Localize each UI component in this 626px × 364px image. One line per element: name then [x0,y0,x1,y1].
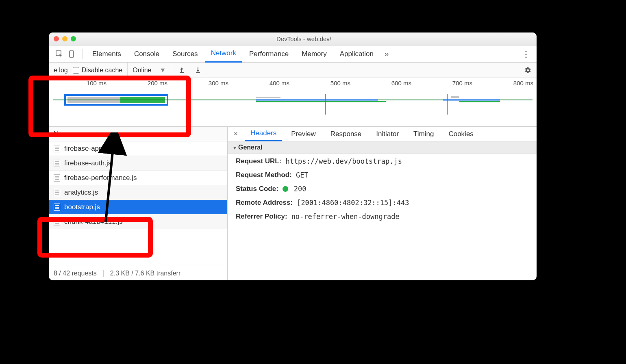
main-tab-bar: Elements Console Sources Network Perform… [49,46,537,63]
network-settings-icon[interactable] [524,66,532,74]
tab-console[interactable]: Console [128,46,165,63]
status-code-value: 200 [294,185,306,193]
status-bar: 8 / 42 requests 2.3 KB / 7.6 KB transfer… [49,266,227,280]
svg-rect-8 [256,97,280,98]
request-row[interactable]: firebase-auth.js [49,156,227,171]
request-row[interactable]: chunk-4a1b4111.js [49,214,227,229]
tab-application[interactable]: Application [334,46,379,63]
request-method-value: GET [296,171,309,179]
detail-tab-preview[interactable]: Preview [285,127,321,141]
request-row-selected[interactable]: bootstrap.js [49,200,227,214]
detail-tab-bar: × Headers Preview Response Initiator Tim… [228,127,537,141]
request-list-panel: Name firebase-app.js firebase-auth.js fi… [49,127,228,280]
titlebar: DevTools - web.dev/ [49,32,537,46]
preserve-log-checkbox[interactable]: e log [54,67,68,74]
kebab-menu-icon[interactable]: ⋮ [520,48,532,60]
request-rows: firebase-app.js firebase-auth.js firebas… [49,141,227,266]
file-icon [54,204,60,211]
close-window-icon[interactable] [54,36,59,41]
close-detail-icon[interactable]: × [230,130,241,138]
timeline-ticks: 100 ms 200 ms 300 ms 400 ms 500 ms 600 m… [49,80,537,89]
maximize-window-icon[interactable] [71,36,76,41]
disable-cache-checkbox[interactable]: Disable cache [73,67,123,74]
file-icon [54,189,60,196]
minimize-window-icon[interactable] [62,36,67,41]
waterfall-overview[interactable]: 100 ms 200 ms 300 ms 400 ms 500 ms 600 m… [49,78,537,127]
request-url-value: https://web.dev/bootstrap.js [285,157,402,165]
name-column-header[interactable]: Name [49,127,227,141]
inspect-icon[interactable] [54,48,65,60]
svg-rect-3 [196,72,200,73]
detail-tab-timing[interactable]: Timing [408,127,439,141]
file-icon [54,174,60,182]
request-row[interactable]: firebase-performance.js [49,171,227,185]
tab-elements[interactable]: Elements [87,46,127,63]
upload-har-icon[interactable] [176,65,187,76]
throttling-select[interactable]: Online▼ [127,63,171,78]
device-toggle-icon[interactable] [67,48,78,60]
svg-rect-2 [180,72,184,73]
detail-tab-response[interactable]: Response [325,127,367,141]
detail-panel: × Headers Preview Response Initiator Tim… [228,127,537,280]
request-row[interactable]: firebase-app.js [49,141,227,156]
traffic-lights [54,36,76,41]
svg-rect-13 [451,96,459,98]
detail-tab-headers[interactable]: Headers [245,127,282,141]
waterfall-bars [53,94,533,109]
transferred-size: 2.3 KB / 7.6 KB transferr [103,270,180,277]
request-row[interactable]: analytics.js [49,185,227,200]
tab-network[interactable]: Network [205,46,242,63]
window-title: DevTools - web.dev/ [76,35,532,42]
devtools-window: DevTools - web.dev/ Elements Console Sou… [49,32,537,280]
more-tabs-icon[interactable]: » [381,48,392,60]
network-toolbar: e log Disable cache Online▼ [49,63,537,78]
status-ok-icon [283,186,288,192]
referrer-policy-value: no-referrer-when-downgrade [291,212,400,221]
tab-sources[interactable]: Sources [167,46,203,63]
download-har-icon[interactable] [192,65,204,76]
general-kv: Request URL:https://web.dev/bootstrap.js… [228,154,537,224]
divider [82,49,83,59]
tab-performance[interactable]: Performance [243,46,294,63]
file-icon [54,160,60,167]
detail-tab-cookies[interactable]: Cookies [443,127,479,141]
tab-memory[interactable]: Memory [296,46,332,63]
svg-rect-1 [70,51,74,57]
requests-count: 8 / 42 requests [54,270,97,277]
general-section-header[interactable]: General [228,141,537,154]
detail-tab-initiator[interactable]: Initiator [370,127,404,141]
file-icon [54,218,60,225]
remote-address-value: [2001:4860:4802:32::15]:443 [297,199,409,207]
file-icon [54,145,60,152]
